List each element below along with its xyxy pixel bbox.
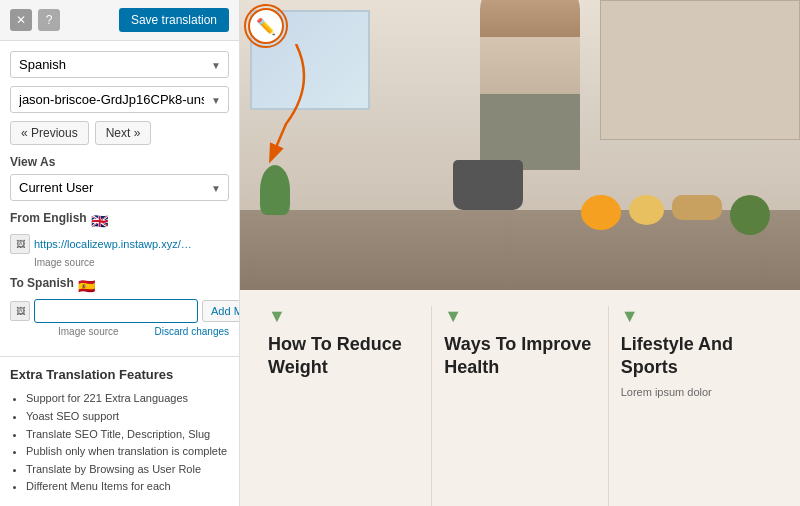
language-select-wrapper: Spanish ▼ bbox=[10, 51, 229, 78]
page-select[interactable]: jason-briscoe-GrdJp16CPk8-unsplash... bbox=[10, 86, 229, 113]
help-icon[interactable]: ? bbox=[38, 9, 60, 31]
card-1: ▼ Ways To Improve Health bbox=[432, 306, 608, 506]
vegetable bbox=[730, 195, 770, 235]
left-panel: ✕ ? Save translation Spanish ▼ jason-bri… bbox=[0, 0, 240, 506]
list-item: Publish only when translation is complet… bbox=[26, 443, 229, 461]
page-select-wrapper: jason-briscoe-GrdJp16CPk8-unsplash... ▼ bbox=[10, 86, 229, 113]
card-1-arrow: ▼ bbox=[444, 306, 595, 327]
card-2-excerpt: Lorem ipsum dolor bbox=[621, 386, 772, 398]
next-button[interactable]: Next » bbox=[95, 121, 152, 145]
from-flag: 🇬🇧 bbox=[91, 213, 108, 229]
translation-input[interactable] bbox=[34, 299, 198, 323]
to-lang-row: To Spanish 🇪🇸 bbox=[10, 276, 229, 295]
kitchen-cabinet bbox=[600, 0, 800, 140]
person-body bbox=[480, 0, 580, 170]
close-icon[interactable]: ✕ bbox=[10, 9, 32, 31]
card-2-arrow: ▼ bbox=[621, 306, 772, 327]
view-as-label: View As bbox=[10, 155, 229, 169]
list-item: Support for 221 Extra Languages bbox=[26, 390, 229, 408]
edit-icon-wrapper: ✏️ bbox=[248, 8, 284, 44]
cooking-pot bbox=[453, 160, 523, 210]
card-2: ▼ Lifestyle And Sports Lorem ipsum dolor bbox=[609, 306, 784, 506]
top-bar: ✕ ? Save translation bbox=[0, 0, 239, 41]
list-item: Different Menu Items for each bbox=[26, 478, 229, 496]
cards-row: ▼ How To Reduce Weight ▼ Ways To Improve… bbox=[240, 290, 800, 506]
list-item: Translate by Browsing as User Role bbox=[26, 461, 229, 479]
orange bbox=[581, 195, 621, 230]
from-url-display: 🖼 https://localizewp.instawp.xyz/wp-cont… bbox=[10, 234, 229, 254]
card-0-title: How To Reduce Weight bbox=[268, 333, 419, 380]
panel-body: Spanish ▼ jason-briscoe-GrdJp16CPk8-unsp… bbox=[0, 41, 239, 346]
from-lang-row: From English 🇬🇧 bbox=[10, 211, 229, 230]
nav-buttons: « Previous Next » bbox=[10, 121, 229, 145]
to-img-icon: 🖼 bbox=[10, 301, 30, 321]
view-as-select-wrapper: Current User ▼ bbox=[10, 174, 229, 201]
edit-icon-button[interactable]: ✏️ bbox=[248, 8, 284, 44]
plant bbox=[260, 165, 290, 215]
card-2-title: Lifestyle And Sports bbox=[621, 333, 772, 380]
list-item: Yoast SEO support bbox=[26, 408, 229, 426]
bread bbox=[672, 195, 722, 220]
to-flag: 🇪🇸 bbox=[78, 278, 95, 294]
to-input-row: 🖼 Add Media bbox=[10, 299, 229, 323]
from-img-icon: 🖼 bbox=[10, 234, 30, 254]
from-section: From English 🇬🇧 🖼 https://localizewp.ins… bbox=[10, 211, 229, 268]
from-url: https://localizewp.instawp.xyz/wp-conten… bbox=[34, 238, 194, 250]
discard-link[interactable]: Discard changes bbox=[155, 326, 229, 343]
card-0-arrow: ▼ bbox=[268, 306, 419, 327]
to-sublabel: Image source bbox=[58, 326, 119, 337]
food-items bbox=[581, 195, 770, 235]
extra-features-section: Extra Translation Features Support for 2… bbox=[0, 367, 239, 506]
add-media-button[interactable]: Add Media bbox=[202, 300, 239, 322]
list-item: Translate SEO Title, Description, Slug bbox=[26, 426, 229, 444]
extra-features-title: Extra Translation Features bbox=[10, 367, 229, 382]
to-section: To Spanish 🇪🇸 🖼 Add Media Image source D… bbox=[10, 276, 229, 346]
to-label: To Spanish bbox=[10, 276, 74, 290]
view-as-section: View As Current User ▼ bbox=[10, 155, 229, 201]
from-label: From English bbox=[10, 211, 87, 225]
language-select[interactable]: Spanish bbox=[10, 51, 229, 78]
right-panel: ✏️ ▼ How To Reduce Weight ▼ Ways To Impr… bbox=[240, 0, 800, 506]
save-translation-button[interactable]: Save translation bbox=[119, 8, 229, 32]
from-sublabel: Image source bbox=[34, 257, 229, 268]
card-1-title: Ways To Improve Health bbox=[444, 333, 595, 380]
hero-image: ✏️ bbox=[240, 0, 800, 290]
extra-features-list: Support for 221 Extra Languages Yoast SE… bbox=[10, 390, 229, 496]
divider bbox=[0, 356, 239, 357]
previous-button[interactable]: « Previous bbox=[10, 121, 89, 145]
card-0: ▼ How To Reduce Weight bbox=[256, 306, 432, 506]
lemon bbox=[629, 195, 664, 225]
view-as-select[interactable]: Current User bbox=[10, 174, 229, 201]
